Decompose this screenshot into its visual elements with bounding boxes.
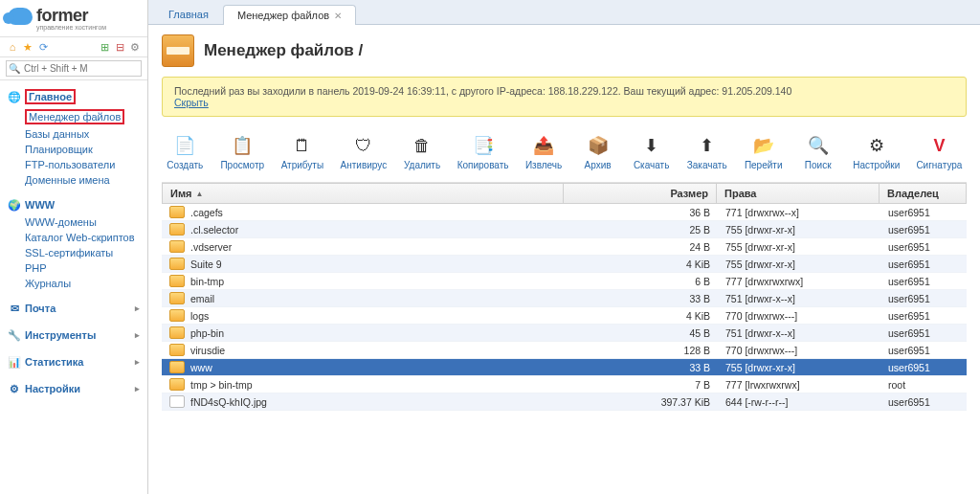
col-name[interactable]: Имя ▲ <box>163 184 564 203</box>
tool-copy[interactable]: 📑Копировать <box>453 132 512 172</box>
logo-subtitle: управление хостингом <box>36 24 140 31</box>
file-perm: 771 [drwxrwx--x] <box>718 205 880 220</box>
nav-stats-label: Статистика <box>25 356 84 368</box>
folder-icon <box>169 361 185 373</box>
file-perm: 770 [drwxrwx---] <box>718 308 880 324</box>
nav-item-wwwdomains[interactable]: WWW-домены <box>19 214 147 230</box>
nav-www-label: WWW <box>25 199 55 211</box>
nav-item-webscripts[interactable]: Каталог Web-скриптов <box>19 230 147 245</box>
nav-item-databases[interactable]: Базы данных <box>19 126 147 142</box>
globe-icon: 🌐 <box>8 90 21 103</box>
search-input[interactable] <box>6 60 142 77</box>
refresh-icon[interactable]: ⟳ <box>36 40 50 54</box>
nav-item-domains[interactable]: Доменные имена <box>19 172 147 188</box>
stats-icon: 📊 <box>8 355 21 369</box>
copy-icon: 📑 <box>472 134 495 157</box>
view-icon: 📋 <box>231 134 254 157</box>
table-row[interactable]: Suite 94 KiB755 [drwxr-xr-x]user6951 <box>162 256 967 273</box>
notice-hide-link[interactable]: Скрыть <box>174 97 209 108</box>
nav-item-ssl[interactable]: SSL-сертификаты <box>19 245 147 260</box>
table-row[interactable]: php-bin45 B751 [drwxr-x--x]user6951 <box>162 325 967 342</box>
table-row[interactable]: email33 B751 [drwxr-x--x]user6951 <box>162 290 967 307</box>
close-icon[interactable]: ✕ <box>334 11 342 21</box>
tool-search[interactable]: 🔍Поиск <box>795 132 841 172</box>
table-row[interactable]: logs4 KiB770 [drwxrwx---]user6951 <box>162 307 967 325</box>
tool-download[interactable]: ⬇Скачать <box>629 132 675 172</box>
nav-www-head[interactable]: 🌍 WWW <box>0 195 147 214</box>
table-row[interactable]: www33 B755 [drwxr-xr-x]user6951 <box>162 359 967 376</box>
file-name: .cagefs <box>190 207 223 218</box>
tool-archive[interactable]: 📦Архив <box>575 132 621 172</box>
tools-icon: 🔧 <box>8 328 21 342</box>
file-size: 4 KiB <box>565 257 718 272</box>
col-owner[interactable]: Владелец <box>880 184 966 203</box>
tool-create[interactable]: 📄Создать <box>162 132 209 172</box>
star-icon[interactable]: ★ <box>21 40 34 54</box>
gear-icon[interactable]: ⚙ <box>128 40 142 54</box>
search-box: 🔍 <box>0 57 147 80</box>
col-perm[interactable]: Права <box>717 184 880 203</box>
tool-attrs[interactable]: 🗒Атрибуты <box>277 132 328 172</box>
search-icon: 🔍 <box>9 63 20 74</box>
tool-extract[interactable]: 📤Извлечь <box>521 132 568 172</box>
www-icon: 🌍 <box>8 198 21 212</box>
file-name: Suite 9 <box>190 258 222 270</box>
goto-icon: 📂 <box>752 134 775 157</box>
table-row[interactable]: virusdie128 B770 [drwxrwx---]user6951 <box>162 342 967 359</box>
home-icon[interactable]: ⌂ <box>6 40 19 54</box>
tab-filemanager[interactable]: Менеджер файлов ✕ <box>223 5 356 25</box>
tool-antivirus[interactable]: 🛡Антивирус <box>336 132 391 172</box>
tool-view[interactable]: 📋Просмотр <box>216 132 269 172</box>
file-name: fND4sQ-khIQ.jpg <box>190 396 267 408</box>
table-row[interactable]: fND4sQ-khIQ.jpg397.37 KiB644 [-rw-r--r--… <box>162 393 967 411</box>
file-owner: root <box>880 377 967 393</box>
tool-delete[interactable]: 🗑Удалить <box>399 132 446 172</box>
tool-goto[interactable]: 📂Перейти <box>740 132 788 172</box>
file-name: .vdserver <box>190 241 232 253</box>
nav-stats-head[interactable]: 📊 Статистика ▸ <box>0 352 147 371</box>
file-name: .cl.selector <box>190 224 238 236</box>
nav-item-filemanager[interactable]: Менеджер файлов <box>19 107 147 126</box>
table-row[interactable]: .vdserver24 B755 [drwxr-xr-x]user6951 <box>162 238 967 256</box>
page-title-row: Менеджер файлов / <box>162 34 967 67</box>
tool-upload[interactable]: ⬆Закачать <box>682 132 732 172</box>
plus-icon[interactable]: ⊞ <box>98 40 111 54</box>
folder-icon <box>169 326 185 339</box>
nav-stats: 📊 Статистика ▸ <box>0 352 147 371</box>
file-size: 128 B <box>565 343 718 358</box>
table-row[interactable]: bin-tmp6 B777 [drwxrwxrwx]user6951 <box>162 273 967 290</box>
notice: Последний раз вы заходили в панель 2019-… <box>162 77 967 117</box>
file-owner: user6951 <box>880 308 967 324</box>
chevron-right-icon: ▸ <box>135 357 140 367</box>
nav-item-logs[interactable]: Журналы <box>19 276 147 291</box>
col-size[interactable]: Размер <box>564 184 717 203</box>
attrs-icon: 🗒 <box>291 134 314 157</box>
nav-settings: ⚙ Настройки ▸ <box>0 379 147 398</box>
table-row[interactable]: .cl.selector25 B755 [drwxr-xr-x]user6951 <box>162 221 967 238</box>
tab-home[interactable]: Главная <box>154 4 223 24</box>
archive-icon: 📦 <box>587 134 610 157</box>
tool-settings[interactable]: ⚙Настройки <box>849 132 904 172</box>
nav-main-head[interactable]: 🌐 Главное <box>0 86 147 107</box>
file-owner: user6951 <box>880 222 967 237</box>
file-size: 7 B <box>565 377 718 393</box>
tool-signature[interactable]: VСигнатура <box>912 132 967 172</box>
toolbar: 📄Создать 📋Просмотр 🗒Атрибуты 🛡Антивирус … <box>162 126 967 183</box>
nav-item-php[interactable]: PHP <box>19 260 147 276</box>
minus-icon[interactable]: ⊟ <box>113 40 126 54</box>
nav-mail-head[interactable]: ✉ Почта ▸ <box>0 299 147 318</box>
download-icon: ⬇ <box>640 134 663 157</box>
table-body: .cagefs36 B771 [drwxrwx--x]user6951.cl.s… <box>162 204 967 411</box>
nav-item-ftp[interactable]: FTP-пользователи <box>19 157 147 172</box>
nav-settings-label: Настройки <box>25 383 80 394</box>
chevron-right-icon: ▸ <box>135 303 140 313</box>
table-row[interactable]: tmp > bin-tmp7 B777 [lrwxrwxrwx]root <box>162 376 967 393</box>
file-owner: user6951 <box>880 360 967 375</box>
nav-settings-head[interactable]: ⚙ Настройки ▸ <box>0 379 147 398</box>
nav-item-scheduler[interactable]: Планировщик <box>19 142 147 157</box>
file-size: 45 B <box>565 326 718 341</box>
file-name: bin-tmp <box>190 276 224 287</box>
nav-tools-head[interactable]: 🔧 Инструменты ▸ <box>0 326 147 345</box>
file-size: 33 B <box>565 360 718 375</box>
table-row[interactable]: .cagefs36 B771 [drwxrwx--x]user6951 <box>162 204 967 221</box>
